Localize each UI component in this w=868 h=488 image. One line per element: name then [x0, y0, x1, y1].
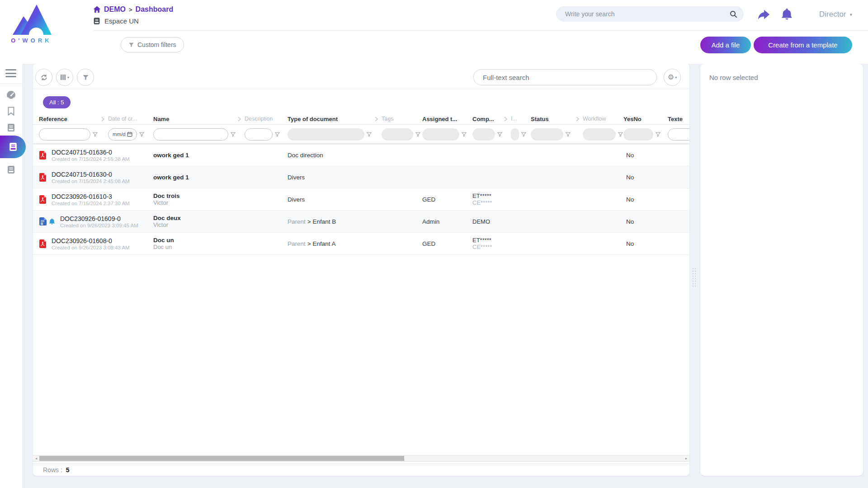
filter-disabled-comp: [472, 128, 495, 141]
share-forward-icon[interactable]: [758, 9, 770, 20]
alert-bell-icon: [49, 218, 55, 225]
sidebar-item-bookmarks[interactable]: [0, 103, 22, 119]
document-name: Doc deux: [153, 215, 288, 221]
column-header-tags[interactable]: Tags: [382, 116, 422, 122]
svg-text:w: w: [40, 222, 43, 225]
filter-funnel-icon[interactable]: [497, 131, 503, 137]
column-header-name[interactable]: Name: [153, 116, 237, 122]
document-type: Doc direction: [288, 152, 323, 159]
comp-value: ET*****: [472, 192, 531, 199]
filter-funnel-icon[interactable]: [655, 131, 661, 137]
column-group-chevron-icon[interactable]: [237, 117, 241, 122]
filter-disabled-yesno: [623, 128, 653, 141]
sidebar-item-documents[interactable]: [0, 120, 22, 135]
table-row[interactable]: w DOC230926-01609-0 Created on 9/26/2023…: [33, 211, 689, 233]
assigned-to-value: Admin: [422, 218, 472, 225]
breadcrumb: DEMO > Dashboard: [93, 5, 173, 14]
filter-disabled-status: [531, 128, 563, 141]
document-subtitle: Doc un: [153, 244, 288, 250]
user-role-menu[interactable]: Director ▾: [819, 10, 852, 19]
custom-filters-button[interactable]: Custom filters: [121, 37, 184, 52]
pdf-file-icon: [39, 173, 47, 182]
filter-funnel-icon[interactable]: [415, 131, 421, 137]
column-group-chevron-icon[interactable]: [374, 117, 378, 122]
refresh-icon: [40, 74, 48, 81]
filter-date-date-of-cr[interactable]: mm/d: [108, 128, 137, 141]
column-header-description[interactable]: Description: [245, 116, 288, 122]
pdf-file-icon: [39, 150, 47, 160]
yesno-value: No: [623, 196, 668, 203]
filter-input-description[interactable]: [245, 128, 273, 141]
global-search-input[interactable]: [565, 10, 730, 18]
document-reference: DOC240715-01630-0: [52, 171, 130, 178]
panel-resize-handle-icon[interactable]: [692, 267, 697, 287]
table-row[interactable]: w DOC230926-01608-0 Created on 9/26/2023…: [33, 233, 689, 255]
filter-input-texte[interactable]: [668, 128, 689, 141]
filter-funnel-icon[interactable]: [521, 131, 527, 137]
column-header-type-of-document[interactable]: Type of document: [288, 116, 374, 122]
columns-visibility-button[interactable]: ▾: [56, 69, 73, 86]
document-created-date: Created on 7/15/2024 2:55:38 AM: [52, 156, 130, 162]
document-reference: DOC230926-01608-0: [52, 237, 130, 244]
global-search[interactable]: [556, 6, 744, 22]
breadcrumb-separator: >: [129, 6, 132, 13]
document-created-date: Created on 7/15/2024 2:45:08 AM: [52, 178, 130, 184]
toolbar-divider: [33, 89, 689, 89]
scrollbar-thumb[interactable]: [39, 456, 404, 461]
app-logo[interactable]: O'WORK: [5, 3, 57, 48]
breadcrumb-root[interactable]: DEMO: [104, 5, 126, 14]
filters-toggle-button[interactable]: [77, 69, 94, 86]
add-file-button[interactable]: Add a file: [700, 37, 751, 53]
filter-funnel-icon[interactable]: [230, 131, 236, 137]
create-from-template-button[interactable]: Create from a template: [754, 37, 852, 53]
filter-funnel-icon[interactable]: [565, 131, 571, 137]
refresh-button[interactable]: [35, 69, 52, 86]
filter-funnel-icon[interactable]: [274, 131, 280, 137]
column-group-chevron-icon[interactable]: [576, 117, 580, 122]
column-header-reference[interactable]: Reference: [39, 116, 101, 122]
filter-funnel-icon[interactable]: [139, 131, 145, 137]
horizontal-scrollbar[interactable]: ◂ ▸: [33, 455, 689, 462]
yesno-value: No: [623, 218, 668, 225]
scroll-right-arrow-icon[interactable]: ▸: [683, 455, 689, 461]
column-group-chevron-icon[interactable]: [101, 117, 105, 122]
breadcrumb-current[interactable]: Dashboard: [136, 5, 174, 14]
all-rows-badge[interactable]: All : 5: [43, 96, 71, 108]
table-body: w DOC240715-01636-0 Created on 7/15/2024…: [33, 144, 689, 255]
sidebar-item-archive[interactable]: [0, 162, 22, 177]
column-header-assigned-t[interactable]: Assigned t...: [422, 116, 472, 122]
column-header-texte[interactable]: Texte: [668, 116, 689, 122]
rows-label: Rows :: [43, 466, 62, 474]
book-icon: [7, 123, 15, 132]
yesno-value: No: [623, 152, 668, 159]
table-settings-button[interactable]: ⚙ ▾: [664, 69, 681, 86]
sidebar-item-dashboard[interactable]: [0, 87, 22, 103]
column-header-i[interactable]: I...: [511, 116, 531, 122]
sidebar-item-ged-active[interactable]: [0, 136, 26, 158]
assigned-to-value: GED: [422, 196, 472, 203]
filter-input-name[interactable]: [153, 128, 228, 141]
filter-funnel-icon[interactable]: [461, 131, 467, 137]
notifications-bell-icon[interactable]: [781, 8, 793, 21]
column-group-chevron-icon[interactable]: [504, 117, 508, 122]
filter-funnel-icon[interactable]: [618, 131, 623, 137]
table-row[interactable]: w DOC230926-01610-3 Created on 7/15/2024…: [33, 188, 689, 211]
document-name: Doc un: [153, 237, 288, 244]
home-icon[interactable]: [93, 6, 101, 13]
custom-filters-label: Custom filters: [137, 41, 176, 48]
table-row[interactable]: w DOC240715-01636-0 Created on 7/15/2024…: [33, 144, 689, 166]
column-header-workflow[interactable]: Workflow: [583, 116, 623, 122]
search-icon[interactable]: [730, 10, 737, 18]
filter-funnel-icon[interactable]: [92, 131, 98, 137]
column-header-status[interactable]: Status: [531, 116, 576, 122]
column-header-comp[interactable]: Comp...: [472, 116, 504, 122]
column-header-yesno[interactable]: YesNo: [623, 116, 668, 122]
table-row[interactable]: w DOC240715-01630-0 Created on 7/15/2024…: [33, 166, 689, 188]
filter-input-reference[interactable]: [39, 128, 90, 141]
filter-funnel-icon[interactable]: [366, 131, 372, 137]
document-name: owork ged 1: [153, 174, 288, 181]
menu-hamburger-icon[interactable]: [5, 69, 16, 77]
scroll-left-arrow-icon[interactable]: ◂: [33, 455, 39, 461]
fulltext-search-input[interactable]: [473, 69, 657, 85]
column-header-date-of-cr[interactable]: Date of cr...: [108, 116, 153, 122]
